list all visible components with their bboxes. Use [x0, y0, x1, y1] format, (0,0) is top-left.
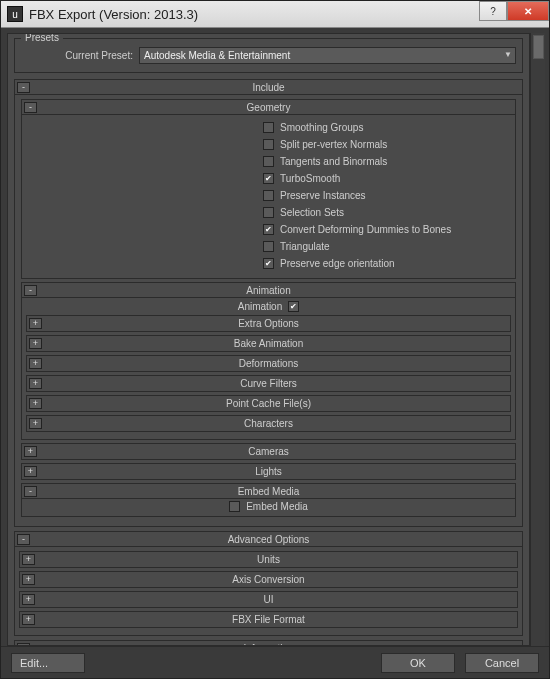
deformations-toggle[interactable]: +: [29, 358, 42, 369]
geometry-options: Smoothing Groups Split per-vertex Normal…: [263, 119, 509, 272]
split-normals-checkbox[interactable]: [263, 139, 274, 150]
bake-animation-title: Bake Animation: [27, 338, 510, 349]
point-cache-title: Point Cache File(s): [27, 398, 510, 409]
point-cache-toggle[interactable]: +: [29, 398, 42, 409]
deformations-title: Deformations: [27, 358, 510, 369]
preserve-edge-label: Preserve edge orientation: [280, 258, 395, 269]
lights-toggle[interactable]: +: [24, 466, 37, 477]
geometry-panel: - Geometry Smoothing Groups Split per-ve…: [21, 99, 516, 279]
animation-toggle[interactable]: -: [24, 285, 37, 296]
advanced-options-toggle[interactable]: -: [17, 534, 30, 545]
edit-button[interactable]: Edit...: [11, 653, 85, 673]
lights-title: Lights: [22, 466, 515, 477]
curve-filters-title: Curve Filters: [27, 378, 510, 389]
embed-media-toggle[interactable]: -: [24, 486, 37, 497]
bottom-bar: Edit... OK Cancel: [1, 646, 549, 678]
include-panel: - Include - Geometry Smoothing Groups: [14, 79, 523, 527]
preserve-instances-label: Preserve Instances: [280, 190, 366, 201]
extra-options-toggle[interactable]: +: [29, 318, 42, 329]
scrollbar-thumb[interactable]: [533, 35, 544, 59]
convert-dummies-label: Convert Deforming Dummies to Bones: [280, 224, 451, 235]
include-toggle[interactable]: -: [17, 82, 30, 93]
selection-sets-checkbox[interactable]: [263, 207, 274, 218]
curve-filters-toggle[interactable]: +: [29, 378, 42, 389]
units-title: Units: [20, 554, 517, 565]
ok-button[interactable]: OK: [381, 653, 455, 673]
animation-checkbox[interactable]: [288, 301, 299, 312]
geometry-toggle[interactable]: -: [24, 102, 37, 113]
cameras-title: Cameras: [22, 446, 515, 457]
close-button[interactable]: ✕: [507, 1, 549, 21]
cameras-toggle[interactable]: +: [24, 446, 37, 457]
current-preset-label: Current Preset:: [21, 50, 133, 61]
ui-title: UI: [20, 594, 517, 605]
ui-toggle[interactable]: +: [22, 594, 35, 605]
current-preset-dropdown[interactable]: Autodesk Media & Entertainment: [139, 47, 516, 64]
axis-conversion-title: Axis Conversion: [20, 574, 517, 585]
selection-sets-label: Selection Sets: [280, 207, 344, 218]
advanced-options-title: Advanced Options: [15, 534, 522, 545]
embed-media-panel: - Embed Media Embed Media: [21, 483, 516, 517]
tangents-label: Tangents and Binormals: [280, 156, 387, 167]
animation-checkbox-label: Animation: [238, 301, 282, 312]
extra-options-title: Extra Options: [27, 318, 510, 329]
geometry-title: Geometry: [22, 102, 515, 113]
fbx-file-format-toggle[interactable]: +: [22, 614, 35, 625]
convert-dummies-checkbox[interactable]: [263, 224, 274, 235]
animation-title: Animation: [22, 285, 515, 296]
axis-conversion-toggle[interactable]: +: [22, 574, 35, 585]
embed-media-title: Embed Media: [22, 486, 515, 497]
cancel-button[interactable]: Cancel: [465, 653, 539, 673]
dialog-body: Presets Current Preset: Autodesk Media &…: [7, 33, 530, 646]
titlebar[interactable]: u FBX Export (Version: 2013.3) ? ✕: [1, 1, 549, 28]
include-title: Include: [15, 82, 522, 93]
split-normals-label: Split per-vertex Normals: [280, 139, 387, 150]
current-preset-value: Autodesk Media & Entertainment: [144, 50, 290, 61]
bake-animation-toggle[interactable]: +: [29, 338, 42, 349]
tangents-checkbox[interactable]: [263, 156, 274, 167]
turbosmooth-label: TurboSmooth: [280, 173, 340, 184]
advanced-options-panel: - Advanced Options +Units +Axis Conversi…: [14, 531, 523, 636]
fbx-file-format-title: FBX File Format: [20, 614, 517, 625]
presets-legend: Presets: [21, 33, 63, 43]
embed-media-label: Embed Media: [246, 501, 308, 512]
app-icon: u: [7, 6, 23, 22]
characters-toggle[interactable]: +: [29, 418, 42, 429]
preserve-edge-checkbox[interactable]: [263, 258, 274, 269]
triangulate-label: Triangulate: [280, 241, 330, 252]
scrollbar[interactable]: [530, 33, 545, 646]
characters-title: Characters: [27, 418, 510, 429]
presets-group: Presets Current Preset: Autodesk Media &…: [14, 38, 523, 73]
window-title: FBX Export (Version: 2013.3): [29, 7, 198, 22]
units-toggle[interactable]: +: [22, 554, 35, 565]
triangulate-checkbox[interactable]: [263, 241, 274, 252]
animation-panel: - Animation Animation +Extra Options +Ba…: [21, 282, 516, 440]
smoothing-groups-label: Smoothing Groups: [280, 122, 363, 133]
help-button[interactable]: ?: [479, 1, 507, 21]
embed-media-checkbox[interactable]: [229, 501, 240, 512]
preserve-instances-checkbox[interactable]: [263, 190, 274, 201]
smoothing-groups-checkbox[interactable]: [263, 122, 274, 133]
turbosmooth-checkbox[interactable]: [263, 173, 274, 184]
fbx-export-dialog: u FBX Export (Version: 2013.3) ? ✕ Prese…: [0, 0, 550, 679]
